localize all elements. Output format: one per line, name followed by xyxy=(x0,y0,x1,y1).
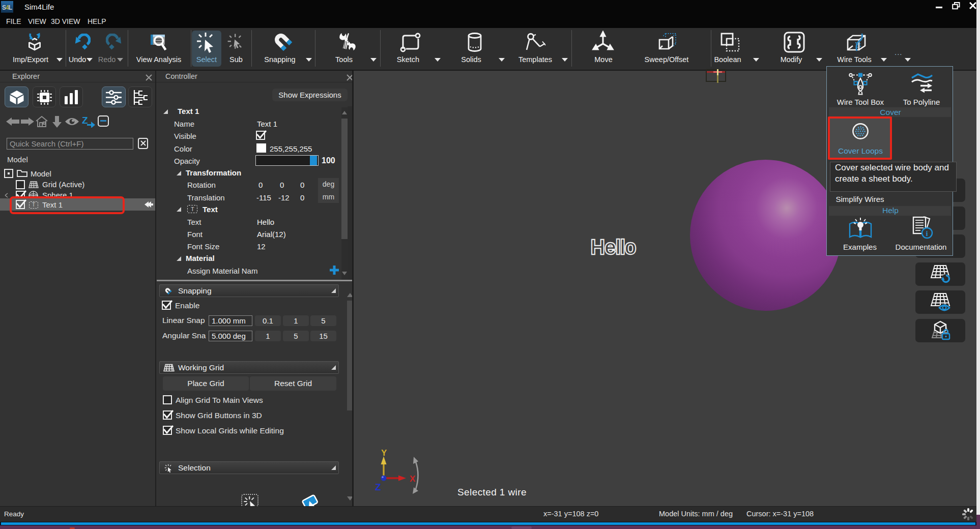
svg-text:i: i xyxy=(926,229,928,238)
svg-text:Y: Y xyxy=(381,448,387,458)
svg-text:X: X xyxy=(410,474,416,484)
svg-text:Z: Z xyxy=(375,482,381,492)
